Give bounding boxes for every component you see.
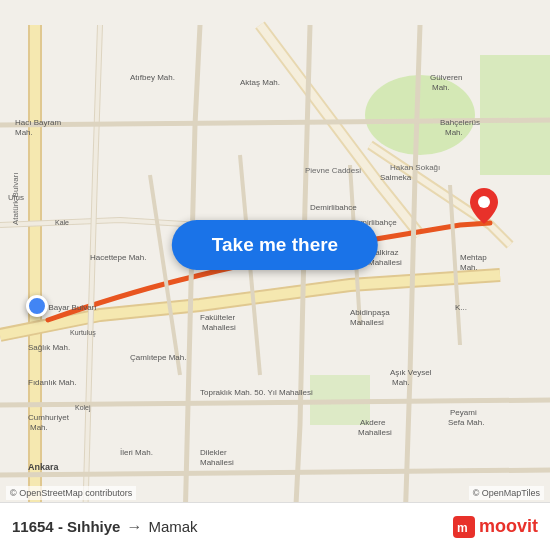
moovit-logo: m moovit [453,516,538,538]
svg-text:Sefa Mah.: Sefa Mah. [448,418,484,427]
moovit-logo-icon: m [453,516,475,538]
svg-text:Aşık Veysel: Aşık Veysel [390,368,432,377]
attribution-osm: © OpenStreetMap contributors [6,486,136,500]
svg-text:Mahallesi: Mahallesi [200,458,234,467]
svg-text:Hakan Sokağı: Hakan Sokağı [390,163,440,172]
svg-text:Abidinpaşa: Abidinpaşa [350,308,390,317]
route-info: 11654 - Sıhhiye → Mamak [12,518,453,536]
svg-text:Dilekler: Dilekler [200,448,227,457]
svg-text:Atıfbey Mah.: Atıfbey Mah. [130,73,175,82]
svg-text:Kale: Kale [55,219,69,226]
svg-text:Atatürk Bulvarı: Atatürk Bulvarı [11,173,20,225]
svg-text:Mahallesi: Mahallesi [350,318,384,327]
svg-text:Mah.: Mah. [432,83,450,92]
svg-point-52 [478,196,490,208]
svg-text:Çamlıtepe Mah.: Çamlıtepe Mah. [130,353,186,362]
svg-text:m: m [457,521,468,535]
svg-text:Akdere: Akdere [360,418,386,427]
route-number: 11654 - Sıhhiye [12,518,120,535]
svg-text:Mah.: Mah. [445,128,463,137]
svg-text:Mah.: Mah. [460,263,478,272]
attribution-tiles: © OpenMapTiles [469,486,544,500]
svg-text:Gülveren: Gülveren [430,73,462,82]
svg-text:Topraklık Mah. 50. Yıl Mahalle: Topraklık Mah. 50. Yıl Mahallesi [200,388,313,397]
svg-rect-2 [480,55,550,175]
svg-text:Demirlibahce: Demirlibahce [310,203,357,212]
svg-text:Kurtuluş: Kurtuluş [70,329,96,337]
route-destination: Mamak [148,518,197,535]
svg-text:Kolej: Kolej [75,404,91,412]
svg-text:Pievne Caddesi: Pievne Caddesi [305,166,361,175]
origin-marker [26,295,48,317]
svg-text:Salmeka: Salmeka [380,173,412,182]
svg-text:Hacı Bayram: Hacı Bayram [15,118,62,127]
svg-text:K...: K... [455,303,467,312]
svg-text:Mahallesi: Mahallesi [202,323,236,332]
svg-text:Cumhuriyet: Cumhuriyet [28,413,70,422]
bottom-bar: 11654 - Sıhhiye → Mamak m moovit [0,502,550,550]
map-container: Hacı Bayram Mah. Atıfbey Mah. Aktaş Mah.… [0,0,550,550]
svg-text:Bahçelerüs: Bahçelerüs [440,118,480,127]
svg-text:Mahallesi: Mahallesi [358,428,392,437]
svg-text:İleri Mah.: İleri Mah. [120,448,153,457]
svg-text:Mah.: Mah. [30,423,48,432]
map-streets: Hacı Bayram Mah. Atıfbey Mah. Aktaş Mah.… [0,0,550,550]
svg-text:Ankara: Ankara [28,462,60,472]
svg-text:Fıdanlık Mah.: Fıdanlık Mah. [28,378,76,387]
svg-text:Sağlık Mah.: Sağlık Mah. [28,343,70,352]
svg-text:Mah.: Mah. [15,128,33,137]
svg-text:Peyami: Peyami [450,408,477,417]
svg-text:Aktaş Mah.: Aktaş Mah. [240,78,280,87]
destination-marker [470,188,498,228]
svg-text:Mehtap: Mehtap [460,253,487,262]
moovit-text: moovit [479,516,538,537]
svg-text:Mah.: Mah. [392,378,410,387]
svg-text:Fakülteler: Fakülteler [200,313,235,322]
route-arrow-icon: → [126,518,142,536]
take-me-there-button[interactable]: Take me there [172,220,378,270]
svg-text:Hacettepe Mah.: Hacettepe Mah. [90,253,146,262]
